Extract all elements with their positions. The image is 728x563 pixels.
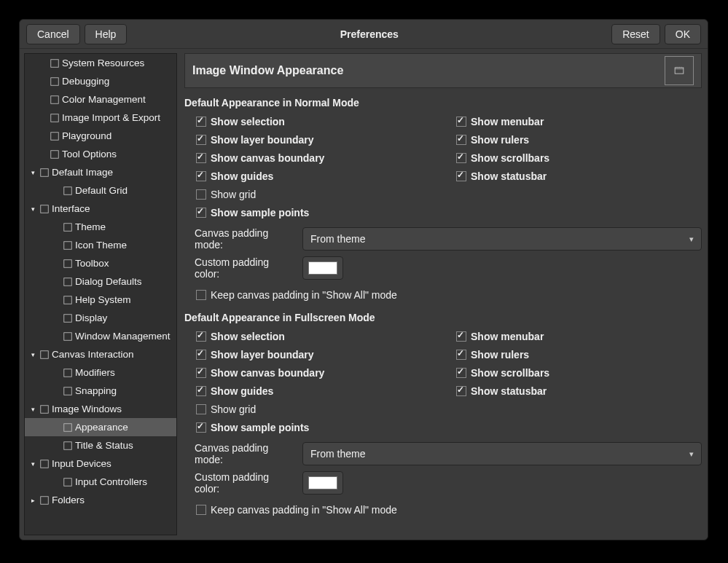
keep-padding-label: Keep canvas padding in "Show All" mode [211, 504, 397, 516]
category-icon [62, 312, 74, 324]
checkbox-show-statusbar[interactable] [456, 171, 466, 181]
cancel-button[interactable]: Cancel [26, 24, 80, 44]
checkbox-show-rulers[interactable] [456, 135, 466, 145]
expander-icon[interactable]: ▸ [28, 495, 38, 505]
help-button[interactable]: Help [85, 24, 128, 44]
tree-item-theme[interactable]: Theme [25, 218, 176, 236]
tree-item-interface[interactable]: ▾Interface [25, 200, 176, 218]
ok-button[interactable]: OK [665, 24, 701, 44]
check-row-show-layer-boundary: Show layer boundary [196, 346, 442, 363]
tree-item-appearance[interactable]: Appearance [25, 418, 176, 436]
tree-item-display[interactable]: Display [25, 309, 176, 327]
checkbox-show-canvas-boundary[interactable] [196, 368, 206, 378]
check-row-show-rulers: Show rulers [456, 346, 702, 363]
checkbox-show-guides[interactable] [196, 386, 206, 396]
tree-item-modifiers[interactable]: Modifiers [25, 363, 176, 382]
checkbox-show-sample-points[interactable] [196, 422, 206, 433]
checkbox-label: Show scrollbars [471, 367, 549, 379]
checkbox-show-statusbar[interactable] [456, 386, 466, 396]
tree-item-image-windows[interactable]: ▾Image Windows [25, 400, 176, 418]
tree-item-dialog-defaults[interactable]: Dialog Defaults [25, 272, 176, 291]
checkbox-label: Show menubar [471, 116, 544, 127]
tree-item-default-image[interactable]: ▾Default Image [25, 163, 176, 181]
checkbox-show-layer-boundary[interactable] [196, 135, 206, 145]
checkbox-show-menubar[interactable] [456, 117, 466, 127]
category-icon [49, 58, 60, 69]
expander-icon [38, 131, 48, 141]
svg-rect-24 [41, 496, 49, 504]
svg-rect-0 [51, 59, 59, 67]
tree-item-label: Input Devices [52, 458, 111, 469]
padding-mode-dropdown-fullscreen[interactable]: From theme [302, 442, 702, 465]
keep-padding-checkbox-fullscreen[interactable] [196, 505, 206, 515]
checkbox-show-guides[interactable] [196, 171, 206, 181]
tree-item-tool-options[interactable]: Tool Options [25, 145, 176, 163]
tree-item-input-devices[interactable]: ▾Input Devices [25, 454, 176, 473]
padding-mode-value: From theme [310, 233, 365, 245]
tree-item-label: Interface [52, 203, 90, 214]
svg-rect-21 [64, 441, 72, 449]
checkbox-show-rulers[interactable] [456, 350, 466, 360]
padding-color-button-fullscreen[interactable] [302, 471, 343, 495]
checkbox-label: Show rulers [471, 134, 529, 146]
svg-rect-22 [41, 460, 49, 468]
checkbox-show-canvas-boundary[interactable] [196, 153, 206, 163]
category-icon [62, 422, 74, 433]
padding-mode-dropdown-normal[interactable]: From theme [302, 227, 702, 251]
tree-item-label: Tool Options [62, 149, 117, 160]
expander-icon [51, 477, 61, 487]
expander-icon[interactable]: ▾ [28, 168, 38, 178]
padding-color-button-normal[interactable] [302, 256, 343, 280]
expander-icon[interactable]: ▾ [28, 350, 38, 360]
checkbox-show-grid[interactable] [196, 189, 206, 200]
checkbox-show-grid[interactable] [196, 404, 206, 414]
tree-item-label: Help System [75, 294, 131, 305]
tree-item-window-management[interactable]: Window Management [25, 327, 176, 345]
keep-padding-row-normal: Keep canvas padding in "Show All" mode [196, 286, 702, 304]
expander-icon [51, 240, 61, 251]
tree-item-title-status[interactable]: Title & Status [25, 436, 176, 454]
tree-item-label: Image Import & Export [62, 112, 160, 123]
checkbox-show-scrollbars[interactable] [456, 368, 466, 378]
check-row-show-sample-points: Show sample points [196, 419, 442, 436]
tree-item-system-resources[interactable]: System Resources [25, 54, 176, 72]
expander-icon [51, 368, 61, 378]
category-icon [39, 458, 50, 470]
svg-rect-10 [64, 241, 72, 249]
category-icon [49, 94, 60, 106]
tree-item-color-management[interactable]: Color Management [25, 90, 176, 109]
color-swatch [308, 476, 337, 489]
expander-icon[interactable]: ▾ [28, 204, 38, 214]
tree-item-default-grid[interactable]: Default Grid [25, 181, 176, 200]
tree-item-toolbox[interactable]: Toolbox [25, 254, 176, 272]
expander-icon [51, 259, 61, 269]
checkbox-label: Show guides [211, 170, 273, 182]
checkbox-show-selection[interactable] [196, 331, 206, 342]
tree-item-canvas-interaction[interactable]: ▾Canvas Interaction [25, 345, 176, 363]
reset-button[interactable]: Reset [611, 24, 660, 44]
tree-item-image-import-export[interactable]: Image Import & Export [25, 109, 176, 127]
checkbox-show-selection[interactable] [196, 117, 206, 127]
checkbox-show-sample-points[interactable] [196, 208, 206, 218]
tree-item-playground[interactable]: Playground [25, 127, 176, 145]
checkbox-show-layer-boundary[interactable] [196, 350, 206, 360]
expander-icon[interactable]: ▾ [28, 459, 38, 469]
tree-item-folders[interactable]: ▸Folders [25, 491, 176, 509]
tree-item-input-controllers[interactable]: Input Controllers [25, 473, 176, 491]
checkbox-label: Show selection [211, 331, 285, 342]
keep-padding-checkbox-normal[interactable] [196, 290, 206, 300]
category-icon [39, 167, 50, 178]
expander-icon[interactable]: ▾ [28, 404, 38, 414]
svg-rect-19 [41, 405, 49, 413]
checkbox-show-menubar[interactable] [456, 331, 466, 342]
tree-item-icon-theme[interactable]: Icon Theme [25, 236, 176, 254]
tree-item-help-system[interactable]: Help System [25, 291, 176, 309]
checkbox-show-scrollbars[interactable] [456, 153, 466, 163]
tree-item-label: Playground [62, 130, 111, 141]
check-row-show-statusbar: Show statusbar [456, 168, 702, 185]
tree-item-debugging[interactable]: Debugging [25, 72, 176, 90]
check-row-show-statusbar: Show statusbar [456, 382, 702, 400]
category-tree[interactable]: System ResourcesDebuggingColor Managemen… [24, 53, 177, 535]
tree-item-snapping[interactable]: Snapping [25, 382, 176, 400]
tree-item-label: Default Grid [75, 185, 128, 196]
